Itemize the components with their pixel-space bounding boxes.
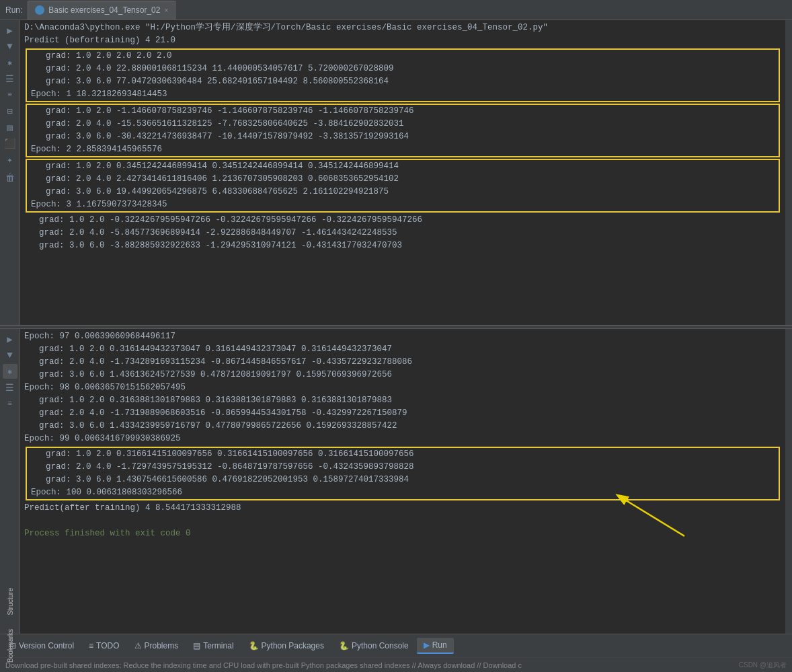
- python-packages-icon: 🐍: [249, 641, 259, 650]
- lower-panel: ▶ ▼ ✱ ☰ ≡ Structure Bookmarks Epoch: 97 …: [0, 329, 792, 634]
- filter-icon-upper[interactable]: ≡: [3, 87, 17, 102]
- grad-98-3: grad: 3.0 6.0 1.4334239959716797 0.47780…: [20, 420, 785, 433]
- tab-filename: Basic exercises_04_Tensor_02: [48, 5, 160, 15]
- grad-98-1: grad: 1.0 2.0 0.3163881301879883 0.31638…: [20, 394, 785, 407]
- upper-panel: ▶ ▼ ✱ ☰ ≡ ⊟ ▤ ⬛ ✦ 🗑 Structure Bookmarks: [0, 20, 792, 326]
- stop-icon-upper[interactable]: ⬛: [3, 136, 17, 151]
- tab-terminal-label: Terminal: [203, 641, 233, 650]
- terminal-icon: ▤: [193, 641, 200, 650]
- grad-97-1: grad: 1.0 2.0 0.3161449432373047 0.31614…: [20, 343, 785, 356]
- tab-version-control-label: Version Control: [19, 641, 74, 650]
- process-finished: Process finished with exit code 0: [20, 527, 785, 540]
- lower-console-output: Epoch: 97 0.006390609684496117 grad: 1.0…: [20, 329, 785, 634]
- info-bar-text: Download pre-built shared indexes: Reduc…: [5, 661, 522, 669]
- rerun-icon[interactable]: ✱: [3, 55, 17, 70]
- grad-box1-2: grad: 2.0 4.0 22.880001068115234 11.4400…: [27, 63, 779, 75]
- layout-icon-upper[interactable]: ▤: [3, 120, 17, 135]
- epoch98: Epoch: 98 0.00636570151562057495: [20, 381, 785, 394]
- scroll-down-upper[interactable]: ▼: [3, 39, 17, 54]
- filter-icon-lower[interactable]: ≡: [3, 396, 17, 411]
- grad-trail-3: grad: 3.0 6.0 -3.882885932922633 -1.2942…: [20, 239, 785, 252]
- collapse-icon-upper[interactable]: ⊟: [3, 104, 17, 118]
- grad-100-1: grad: 1.0 2.0 0.31661415100097656 0.3166…: [27, 448, 779, 461]
- grad-box1-3: grad: 3.0 6.0 77.04720306396484 25.68240…: [27, 75, 779, 88]
- predict-after: Predict(after training) 4 8.544171333312…: [20, 502, 785, 515]
- run-panels: ▶ ▼ ✱ ☰ ≡ ⊟ ▤ ⬛ ✦ 🗑 Structure Bookmarks: [0, 20, 792, 634]
- upper-console-output: D:\Anaconda3\python.exe "H:/Python学习专用/深…: [20, 20, 785, 325]
- run-tab-icon: ▶: [424, 640, 430, 650]
- rerun-icon-lower[interactable]: ✱: [3, 364, 17, 379]
- grad-98-2: grad: 2.0 4.0 -1.7319889068603516 -0.865…: [20, 407, 785, 420]
- grad-box2-1: grad: 1.0 2.0 -1.1466078758239746 -1.146…: [27, 105, 779, 118]
- bottom-tabs-bar: ⊟ Version Control ≡ TODO ⚠ Problems ▤ Te…: [0, 634, 792, 657]
- info-bar: Download pre-built shared indexes: Reduc…: [0, 657, 792, 672]
- main-area: ▶ ▼ ✱ ☰ ≡ ⊟ ▤ ⬛ ✦ 🗑 Structure Bookmarks: [0, 20, 792, 634]
- tab-run-label: Run: [432, 640, 447, 650]
- tab-todo[interactable]: ≡ TODO: [82, 638, 126, 653]
- python-file-icon: [35, 5, 44, 15]
- python-console-icon: 🐍: [339, 641, 349, 650]
- tab-close-button[interactable]: ×: [164, 7, 168, 14]
- lower-panel-content: Epoch: 97 0.006390609684496117 grad: 1.0…: [20, 329, 785, 634]
- tab-problems-label: Problems: [145, 641, 179, 650]
- run-button-lower[interactable]: ▶: [3, 332, 17, 346]
- tab-todo-label: TODO: [96, 641, 119, 650]
- tab-python-console[interactable]: 🐍 Python Console: [332, 638, 415, 653]
- lower-scrollbar[interactable]: [785, 329, 792, 634]
- grad-box3-1: grad: 1.0 2.0 0.3451242446899414 0.34512…: [27, 160, 779, 173]
- yellow-box-2: grad: 1.0 2.0 -1.1466078758239746 -1.146…: [26, 104, 780, 157]
- output-line-predict-before: Predict (befortraining) 4 21.0: [20, 34, 785, 47]
- settings-icon-upper[interactable]: ☰: [3, 71, 17, 86]
- grad-box3-3: grad: 3.0 6.0 19.449920654296875 6.48330…: [27, 186, 779, 198]
- delete-icon-upper[interactable]: 🗑: [3, 171, 17, 186]
- output-line-path: D:\Anaconda3\python.exe "H:/Python学习专用/深…: [20, 22, 785, 34]
- tab-problems[interactable]: ⚠ Problems: [128, 638, 186, 653]
- yellow-box-1: grad: 1.0 2.0 2.0 2.0 2.0 grad: 2.0 4.0 …: [26, 48, 780, 102]
- grad-box3-2: grad: 2.0 4.0 2.4273414611816406 1.21367…: [27, 173, 779, 186]
- bookmarks-label-lower: Bookmarks: [7, 626, 14, 634]
- run-button-upper[interactable]: ▶: [3, 23, 17, 38]
- grad-trail-2: grad: 2.0 4.0 -5.845773696899414 -2.9228…: [20, 227, 785, 239]
- yellow-box-4: grad: 1.0 2.0 0.31661415100097656 0.3166…: [26, 447, 780, 500]
- tab-python-console-label: Python Console: [352, 641, 409, 650]
- grad-box2-3: grad: 3.0 6.0 -30.432214736938477 -10.14…: [27, 130, 779, 143]
- epoch97: Epoch: 97 0.006390609684496117: [20, 330, 785, 343]
- scroll-down-lower[interactable]: ▼: [3, 348, 17, 363]
- epoch-box1: Epoch: 1 18.321826934814453: [27, 88, 779, 101]
- problems-icon: ⚠: [134, 641, 142, 650]
- tab-run[interactable]: ▶ Run: [417, 638, 454, 654]
- pin-icon-upper[interactable]: ✦: [3, 152, 17, 167]
- upper-panel-sidebar: ▶ ▼ ✱ ☰ ≡ ⊟ ▤ ⬛ ✦ 🗑 Structure Bookmarks: [0, 20, 20, 325]
- grad-97-3: grad: 3.0 6.0 1.436136245727539 0.478712…: [20, 369, 785, 381]
- grad-100-3: grad: 3.0 6.0 1.4307546615600586 0.47691…: [27, 474, 779, 486]
- tab-python-packages[interactable]: 🐍 Python Packages: [242, 638, 331, 653]
- tab-terminal[interactable]: ▤ Terminal: [186, 638, 240, 653]
- upper-scrollbar[interactable]: [785, 20, 792, 325]
- epoch-100: Epoch: 100 0.00631808303296566: [27, 486, 779, 499]
- grad-trail-1: grad: 1.0 2.0 -0.32242679595947266 -0.32…: [20, 214, 785, 227]
- epoch99: Epoch: 99 0.0063416799930386925: [20, 433, 785, 445]
- grad-box2-2: grad: 2.0 4.0 -15.536651611328125 -7.768…: [27, 118, 779, 130]
- upper-panel-content: D:\Anaconda3\python.exe "H:/Python学习专用/深…: [20, 20, 785, 325]
- grad-100-2: grad: 2.0 4.0 -1.7297439575195312 -0.864…: [27, 461, 779, 474]
- epoch-box2: Epoch: 2 2.858394145965576: [27, 143, 779, 156]
- tab-bar: Run: Basic exercises_04_Tensor_02 ×: [0, 0, 792, 20]
- epoch-box3: Epoch: 3 1.1675907373428345: [27, 198, 779, 211]
- todo-icon: ≡: [89, 641, 93, 650]
- csdn-watermark: CSDN @追风者: [739, 661, 787, 670]
- active-tab[interactable]: Basic exercises_04_Tensor_02 ×: [28, 1, 175, 20]
- structure-label-lower: Structure: [7, 585, 14, 618]
- tab-python-packages-label: Python Packages: [262, 641, 324, 650]
- yellow-box-3: grad: 1.0 2.0 0.3451242446899414 0.34512…: [26, 159, 780, 213]
- run-label: Run:: [5, 5, 22, 15]
- grad-box1-1: grad: 1.0 2.0 2.0 2.0 2.0: [27, 50, 779, 63]
- settings-icon-lower[interactable]: ☰: [3, 380, 17, 395]
- grad-97-2: grad: 2.0 4.0 -1.7342891693115234 -0.867…: [20, 356, 785, 369]
- lower-panel-sidebar: ▶ ▼ ✱ ☰ ≡ Structure Bookmarks: [0, 329, 20, 634]
- empty-line: [20, 515, 785, 527]
